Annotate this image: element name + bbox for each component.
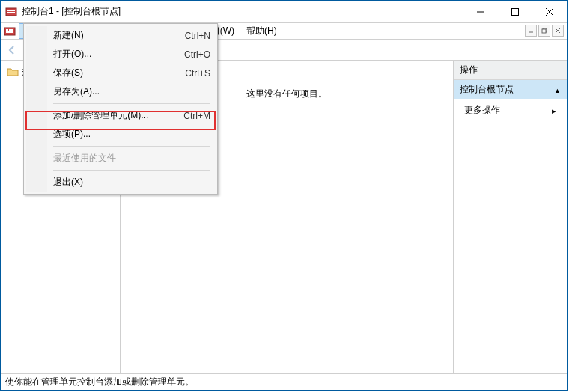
svg-rect-3 [7,12,15,13]
actions-header: 操作 [454,61,567,80]
svg-rect-1 [7,10,10,11]
more-actions-link[interactable]: 更多操作 [454,99,567,121]
menu-help[interactable]: 帮助(H) [240,23,283,39]
content-area: 控制台根节点 这里没有任何项目。 操作 控制台根节点 更多操作 新建(N) Ct… [1,61,567,373]
mdi-close-button[interactable] [552,25,564,37]
status-text: 使你能在管理单元控制台添加或删除管理单元。 [5,376,194,388]
menu-open[interactable]: 打开(O)... Ctrl+O [26,45,215,64]
actions-panel: 操作 控制台根节点 更多操作 [453,61,567,373]
close-button[interactable] [532,1,567,23]
menu-separator [53,170,210,171]
mdi-restore-button[interactable] [538,25,550,37]
svg-rect-10 [9,29,13,31]
menu-recent-files: 最近使用的文件 [26,149,215,168]
window-controls [463,1,567,23]
menu-separator [53,146,210,147]
maximize-button[interactable] [498,1,532,23]
menu-save[interactable]: 保存(S) Ctrl+S [26,64,215,82]
menu-options[interactable]: 选项(P)... [26,125,215,144]
folder-icon [7,66,19,78]
title-left: 控制台1 - [控制台根节点] [5,5,121,18]
titlebar: 控制台1 - [控制台根节点] [1,1,567,23]
svg-rect-14 [542,29,546,33]
menu-separator [53,103,210,104]
collapse-icon [554,85,561,95]
svg-rect-9 [6,29,8,31]
svg-rect-5 [512,8,519,15]
back-button[interactable] [4,42,20,58]
menu-save-as[interactable]: 另存为(A)... [26,82,215,101]
svg-rect-2 [10,10,15,11]
empty-text: 这里没有任何项目。 [246,88,327,100]
menu-exit[interactable]: 退出(X) [26,173,215,192]
doc-icon [4,25,16,37]
file-menu-dropdown: 新建(N) Ctrl+N 打开(O)... Ctrl+O 保存(S) Ctrl+… [23,23,218,195]
menu-new[interactable]: 新建(N) Ctrl+N [26,26,215,45]
mdi-minimize-button[interactable] [525,25,537,37]
menu-add-remove-snapin[interactable]: 添加/删除管理单元(M)... Ctrl+M [26,106,215,125]
actions-section[interactable]: 控制台根节点 [454,80,567,99]
more-actions-label: 更多操作 [464,104,500,117]
app-icon [5,6,17,18]
mdi-controls [525,25,564,37]
minimize-button[interactable] [463,1,498,23]
statusbar: 使你能在管理单元控制台添加或删除管理单元。 [1,373,567,390]
main-window: 控制台1 - [控制台根节点] 文件(F) 操作(A) 查看(V) 收藏夹(O)… [0,0,568,391]
chevron-right-icon [552,105,556,116]
window-title: 控制台1 - [控制台根节点] [22,5,121,18]
svg-rect-11 [6,31,13,33]
actions-section-label: 控制台根节点 [460,83,514,96]
